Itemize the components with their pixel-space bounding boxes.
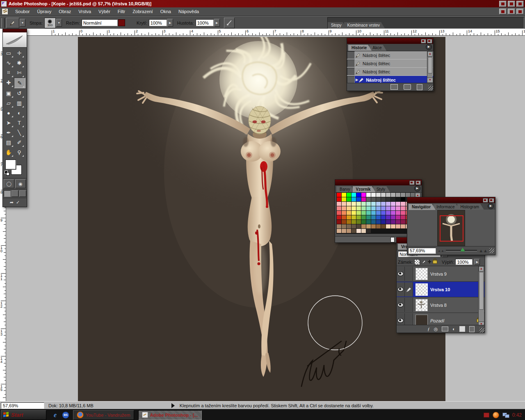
tab-navigator[interactable]: Navigátor [409,204,436,210]
fill-input[interactable]: 100% [455,259,472,265]
color-swatch[interactable] [337,197,341,201]
tool-gradient[interactable]: ▥ [14,98,25,108]
new-layer-icon[interactable] [459,326,465,332]
color-swatch[interactable] [356,215,361,219]
minimize-button[interactable] [499,1,507,7]
color-swatch[interactable] [337,229,341,233]
menu-soubor[interactable]: Soubor [11,8,33,15]
history-close-icon[interactable] [427,39,432,43]
swatches-close-icon[interactable] [415,180,421,185]
layer-visibility-toggle[interactable] [397,298,405,312]
color-swatch[interactable] [337,193,341,197]
color-swatch[interactable] [386,220,390,224]
tool-magic-wand[interactable]: ✱ [14,58,25,68]
layer-link-well[interactable] [405,298,413,312]
color-swatch[interactable] [371,197,376,201]
color-swatch[interactable] [361,206,366,210]
jump-to-imageready-icon[interactable]: ➦ [10,200,14,205]
navigator-minimize-icon[interactable] [483,198,488,203]
layer-thumbnail[interactable] [415,268,428,280]
color-swatch[interactable] [366,197,371,201]
flow-slider-arrow[interactable]: ▶ [214,19,220,27]
color-swatch[interactable] [371,215,376,219]
color-swatch[interactable] [366,215,371,219]
color-swatch[interactable] [376,202,381,206]
zoom-out-icon[interactable]: ▲▲ [438,249,444,253]
tray-volume-icon[interactable] [484,413,489,418]
color-swatch[interactable] [391,202,395,206]
blend-mode-dropdown-button[interactable] [118,19,125,26]
color-swatch[interactable] [356,197,361,201]
color-swatch[interactable] [401,197,405,201]
doc-restore-button[interactable] [508,9,515,14]
tool-lasso[interactable]: ∿ [3,58,14,68]
history-source-well[interactable] [347,59,355,67]
internet-explorer-icon[interactable]: e [54,411,57,419]
layer-style-icon[interactable]: ƒ [427,326,430,331]
color-swatch[interactable] [401,224,405,228]
tool-pen[interactable]: ✒ [3,128,14,137]
navigator-panel-titlebar[interactable] [407,197,495,203]
color-swatch[interactable] [347,202,351,206]
color-swatch[interactable] [352,206,356,210]
menu-obraz[interactable]: Obraz [55,8,75,15]
screen-mode-standard[interactable] [4,190,11,197]
well-tab-kombinace[interactable]: Kombinace vrstev [344,22,385,28]
color-swatch[interactable] [342,229,346,233]
color-swatch[interactable] [347,224,351,228]
tool-zoom[interactable]: ⚲ [14,147,25,157]
options-bar-grip[interactable] [1,18,5,28]
color-swatch[interactable] [356,224,361,228]
color-swatch[interactable] [386,193,390,197]
color-swatch[interactable] [366,202,371,206]
color-swatch[interactable] [381,211,386,215]
color-swatch[interactable] [376,206,381,210]
color-swatch[interactable] [371,202,376,206]
status-menu-arrow-icon[interactable] [171,403,175,408]
color-swatch[interactable] [376,193,381,197]
bs-quicklaunch-icon[interactable]: BS [62,412,69,418]
color-swatch[interactable] [337,206,341,210]
color-swatch[interactable] [391,224,395,228]
tool-clone-stamp[interactable]: ▣ [3,88,14,98]
close-button[interactable] [516,1,524,7]
layer-link-well[interactable] [405,267,413,281]
adjustment-layer-icon[interactable]: ◐ [452,326,455,331]
color-swatch[interactable] [356,202,361,206]
color-swatch[interactable] [381,215,386,219]
color-swatch[interactable] [396,193,400,197]
lock-transparency-icon[interactable] [414,259,420,265]
tool-type[interactable]: T [14,118,25,128]
history-state[interactable]: Nástroj štětec [347,59,433,68]
color-swatch[interactable] [386,202,390,206]
color-swatch[interactable] [391,220,395,224]
color-swatch[interactable] [401,202,405,206]
zoom-in-icon[interactable]: ▲▲ [479,248,488,253]
layers-scrollbar[interactable]: ▲ ▼ [478,266,484,327]
color-swatch[interactable] [352,211,356,215]
color-swatch[interactable] [352,202,356,206]
color-swatch[interactable] [337,215,341,219]
maximize-button[interactable] [508,1,515,7]
swatches-hscroll-thumb[interactable] [390,237,395,242]
color-swatch[interactable] [361,211,366,215]
color-swatch[interactable] [361,197,366,201]
opacity-slider-arrow[interactable]: ▶ [167,19,173,27]
color-swatch[interactable] [396,211,400,215]
tab-styly[interactable]: Styly [373,186,390,192]
airbrush-toggle[interactable] [224,18,235,28]
new-group-icon[interactable] [442,326,448,331]
color-swatch[interactable] [361,229,366,233]
navigator-zoom-input[interactable]: 57,69% [408,248,436,254]
color-swatch[interactable] [371,211,376,215]
color-swatch[interactable] [371,206,376,210]
color-swatch[interactable] [391,206,395,210]
color-swatch[interactable] [381,220,386,224]
history-state[interactable]: Nástroj štětec [347,68,433,76]
layer-row[interactable]: Vrstva 8 [397,297,484,313]
layer-thumbnail[interactable] [415,299,428,311]
history-resize-grip[interactable] [428,86,433,91]
color-swatch[interactable] [361,220,366,224]
color-swatch[interactable] [396,224,400,228]
color-swatch[interactable] [347,229,351,233]
